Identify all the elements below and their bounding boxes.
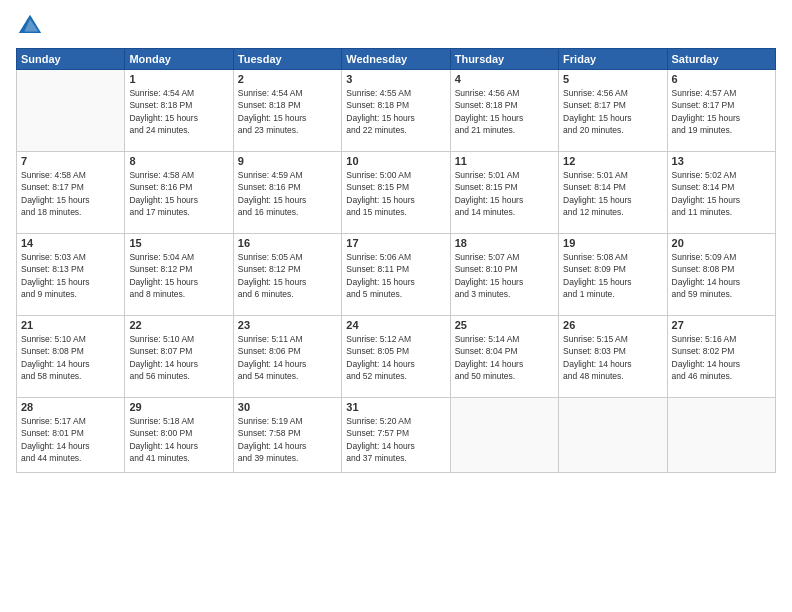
calendar-cell: 3Sunrise: 4:55 AM Sunset: 8:18 PM Daylig… [342, 70, 450, 152]
day-number: 30 [238, 401, 337, 413]
calendar-cell: 28Sunrise: 5:17 AM Sunset: 8:01 PM Dayli… [17, 398, 125, 473]
calendar-cell: 23Sunrise: 5:11 AM Sunset: 8:06 PM Dayli… [233, 316, 341, 398]
calendar-cell: 31Sunrise: 5:20 AM Sunset: 7:57 PM Dayli… [342, 398, 450, 473]
calendar-cell: 5Sunrise: 4:56 AM Sunset: 8:17 PM Daylig… [559, 70, 667, 152]
day-number: 20 [672, 237, 771, 249]
day-number: 5 [563, 73, 662, 85]
day-info: Sunrise: 5:05 AM Sunset: 8:12 PM Dayligh… [238, 251, 337, 300]
day-number: 21 [21, 319, 120, 331]
day-number: 13 [672, 155, 771, 167]
day-info: Sunrise: 5:00 AM Sunset: 8:15 PM Dayligh… [346, 169, 445, 218]
weekday-header-saturday: Saturday [667, 49, 775, 70]
logo-icon [16, 12, 44, 40]
day-info: Sunrise: 5:02 AM Sunset: 8:14 PM Dayligh… [672, 169, 771, 218]
logo [16, 12, 48, 40]
weekday-header-friday: Friday [559, 49, 667, 70]
day-number: 11 [455, 155, 554, 167]
day-info: Sunrise: 5:15 AM Sunset: 8:03 PM Dayligh… [563, 333, 662, 382]
day-number: 26 [563, 319, 662, 331]
calendar-cell: 30Sunrise: 5:19 AM Sunset: 7:58 PM Dayli… [233, 398, 341, 473]
calendar-cell: 2Sunrise: 4:54 AM Sunset: 8:18 PM Daylig… [233, 70, 341, 152]
calendar-cell: 22Sunrise: 5:10 AM Sunset: 8:07 PM Dayli… [125, 316, 233, 398]
calendar-cell: 17Sunrise: 5:06 AM Sunset: 8:11 PM Dayli… [342, 234, 450, 316]
day-info: Sunrise: 5:10 AM Sunset: 8:08 PM Dayligh… [21, 333, 120, 382]
calendar-cell: 24Sunrise: 5:12 AM Sunset: 8:05 PM Dayli… [342, 316, 450, 398]
day-info: Sunrise: 4:58 AM Sunset: 8:16 PM Dayligh… [129, 169, 228, 218]
day-info: Sunrise: 5:11 AM Sunset: 8:06 PM Dayligh… [238, 333, 337, 382]
day-number: 4 [455, 73, 554, 85]
weekday-header-monday: Monday [125, 49, 233, 70]
calendar-cell: 6Sunrise: 4:57 AM Sunset: 8:17 PM Daylig… [667, 70, 775, 152]
day-info: Sunrise: 4:58 AM Sunset: 8:17 PM Dayligh… [21, 169, 120, 218]
day-info: Sunrise: 5:09 AM Sunset: 8:08 PM Dayligh… [672, 251, 771, 300]
calendar-cell: 8Sunrise: 4:58 AM Sunset: 8:16 PM Daylig… [125, 152, 233, 234]
calendar-cell: 7Sunrise: 4:58 AM Sunset: 8:17 PM Daylig… [17, 152, 125, 234]
weekday-header-thursday: Thursday [450, 49, 558, 70]
calendar-cell: 21Sunrise: 5:10 AM Sunset: 8:08 PM Dayli… [17, 316, 125, 398]
day-number: 27 [672, 319, 771, 331]
day-number: 22 [129, 319, 228, 331]
day-number: 2 [238, 73, 337, 85]
day-info: Sunrise: 5:17 AM Sunset: 8:01 PM Dayligh… [21, 415, 120, 464]
week-row-3: 14Sunrise: 5:03 AM Sunset: 8:13 PM Dayli… [17, 234, 776, 316]
calendar-cell [450, 398, 558, 473]
day-number: 28 [21, 401, 120, 413]
calendar-cell: 16Sunrise: 5:05 AM Sunset: 8:12 PM Dayli… [233, 234, 341, 316]
day-number: 8 [129, 155, 228, 167]
week-row-4: 21Sunrise: 5:10 AM Sunset: 8:08 PM Dayli… [17, 316, 776, 398]
day-info: Sunrise: 5:06 AM Sunset: 8:11 PM Dayligh… [346, 251, 445, 300]
day-info: Sunrise: 5:10 AM Sunset: 8:07 PM Dayligh… [129, 333, 228, 382]
day-number: 7 [21, 155, 120, 167]
calendar-cell: 25Sunrise: 5:14 AM Sunset: 8:04 PM Dayli… [450, 316, 558, 398]
weekday-header-tuesday: Tuesday [233, 49, 341, 70]
day-info: Sunrise: 4:54 AM Sunset: 8:18 PM Dayligh… [129, 87, 228, 136]
day-number: 17 [346, 237, 445, 249]
page: SundayMondayTuesdayWednesdayThursdayFrid… [0, 0, 792, 612]
calendar-cell: 15Sunrise: 5:04 AM Sunset: 8:12 PM Dayli… [125, 234, 233, 316]
day-number: 19 [563, 237, 662, 249]
calendar-cell: 11Sunrise: 5:01 AM Sunset: 8:15 PM Dayli… [450, 152, 558, 234]
calendar-cell: 18Sunrise: 5:07 AM Sunset: 8:10 PM Dayli… [450, 234, 558, 316]
header [16, 12, 776, 40]
day-number: 15 [129, 237, 228, 249]
day-info: Sunrise: 5:01 AM Sunset: 8:15 PM Dayligh… [455, 169, 554, 218]
calendar-cell: 9Sunrise: 4:59 AM Sunset: 8:16 PM Daylig… [233, 152, 341, 234]
day-number: 6 [672, 73, 771, 85]
calendar: SundayMondayTuesdayWednesdayThursdayFrid… [16, 48, 776, 473]
day-info: Sunrise: 4:54 AM Sunset: 8:18 PM Dayligh… [238, 87, 337, 136]
day-info: Sunrise: 5:18 AM Sunset: 8:00 PM Dayligh… [129, 415, 228, 464]
day-info: Sunrise: 5:03 AM Sunset: 8:13 PM Dayligh… [21, 251, 120, 300]
week-row-2: 7Sunrise: 4:58 AM Sunset: 8:17 PM Daylig… [17, 152, 776, 234]
calendar-cell: 20Sunrise: 5:09 AM Sunset: 8:08 PM Dayli… [667, 234, 775, 316]
day-info: Sunrise: 4:56 AM Sunset: 8:18 PM Dayligh… [455, 87, 554, 136]
day-number: 23 [238, 319, 337, 331]
calendar-cell: 12Sunrise: 5:01 AM Sunset: 8:14 PM Dayli… [559, 152, 667, 234]
day-info: Sunrise: 5:04 AM Sunset: 8:12 PM Dayligh… [129, 251, 228, 300]
day-number: 16 [238, 237, 337, 249]
calendar-cell: 10Sunrise: 5:00 AM Sunset: 8:15 PM Dayli… [342, 152, 450, 234]
day-number: 29 [129, 401, 228, 413]
calendar-cell: 1Sunrise: 4:54 AM Sunset: 8:18 PM Daylig… [125, 70, 233, 152]
day-number: 14 [21, 237, 120, 249]
day-info: Sunrise: 5:12 AM Sunset: 8:05 PM Dayligh… [346, 333, 445, 382]
week-row-1: 1Sunrise: 4:54 AM Sunset: 8:18 PM Daylig… [17, 70, 776, 152]
calendar-cell [17, 70, 125, 152]
calendar-cell: 29Sunrise: 5:18 AM Sunset: 8:00 PM Dayli… [125, 398, 233, 473]
day-info: Sunrise: 5:20 AM Sunset: 7:57 PM Dayligh… [346, 415, 445, 464]
day-info: Sunrise: 5:01 AM Sunset: 8:14 PM Dayligh… [563, 169, 662, 218]
day-info: Sunrise: 4:55 AM Sunset: 8:18 PM Dayligh… [346, 87, 445, 136]
day-info: Sunrise: 4:59 AM Sunset: 8:16 PM Dayligh… [238, 169, 337, 218]
day-info: Sunrise: 5:16 AM Sunset: 8:02 PM Dayligh… [672, 333, 771, 382]
weekday-header-wednesday: Wednesday [342, 49, 450, 70]
calendar-cell: 13Sunrise: 5:02 AM Sunset: 8:14 PM Dayli… [667, 152, 775, 234]
day-number: 12 [563, 155, 662, 167]
day-number: 25 [455, 319, 554, 331]
day-number: 9 [238, 155, 337, 167]
day-number: 3 [346, 73, 445, 85]
calendar-cell: 19Sunrise: 5:08 AM Sunset: 8:09 PM Dayli… [559, 234, 667, 316]
calendar-cell: 4Sunrise: 4:56 AM Sunset: 8:18 PM Daylig… [450, 70, 558, 152]
day-number: 24 [346, 319, 445, 331]
day-info: Sunrise: 5:14 AM Sunset: 8:04 PM Dayligh… [455, 333, 554, 382]
day-number: 18 [455, 237, 554, 249]
day-info: Sunrise: 5:07 AM Sunset: 8:10 PM Dayligh… [455, 251, 554, 300]
